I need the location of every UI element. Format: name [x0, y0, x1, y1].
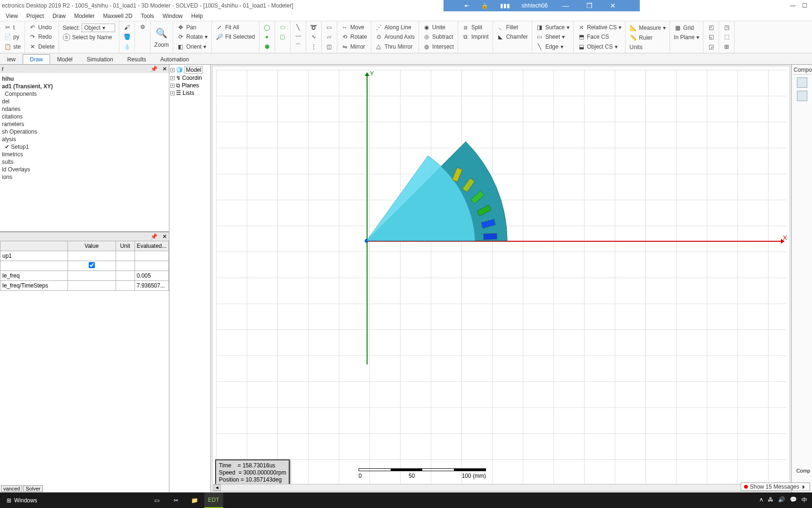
face-cs-button[interactable]: ⬒Face CS [577, 33, 622, 41]
parent-maximize-button[interactable]: ☐ [802, 2, 807, 9]
table-row[interactable]: up1 [0, 251, 169, 261]
close-icon[interactable]: ✕ [162, 66, 167, 72]
table-row[interactable]: le_freq/TimeSteps7.936507... [0, 281, 169, 291]
explorer-icon[interactable]: 📁 [185, 492, 204, 508]
snap-icon-2[interactable]: ◱ [706, 33, 716, 41]
arc-icon[interactable]: ⌒ [293, 42, 303, 51]
tray-notifications-icon[interactable]: 💬 [790, 496, 797, 504]
undo-button[interactable]: ↶Undo [28, 23, 56, 32]
menu-project[interactable]: Project [26, 13, 44, 19]
3d-viewport[interactable]: Y X Time = 158.73 [212, 66, 790, 491]
chamfer-button[interactable]: ◣Chamfer [496, 33, 529, 41]
thru-mirror-button[interactable]: ⧋Thru Mirror [374, 42, 416, 51]
menu-window[interactable]: Window [163, 13, 183, 19]
orient-button[interactable]: ◧Orient ▾ [176, 42, 209, 51]
snap-icon-3[interactable]: ◲ [706, 42, 716, 51]
fit-all-button[interactable]: ⤢Fit All [215, 23, 256, 32]
mirror-button[interactable]: ⇋Mirror [340, 42, 368, 51]
box-icon[interactable]: ▭ [325, 23, 334, 32]
tab-simulation[interactable]: Simulation [80, 54, 120, 64]
enabled-checkbox[interactable] [89, 262, 95, 268]
bucket-icon[interactable]: 🪣 [122, 33, 132, 41]
measure-button[interactable]: 📐Measure ▾ [628, 24, 667, 32]
modeltree-model[interactable]: +🧊Model [170, 66, 209, 74]
spline-icon[interactable]: ∿ [309, 33, 318, 41]
menu-draw[interactable]: Draw [52, 13, 66, 19]
around-axis-button[interactable]: ⊙Around Axis [374, 33, 416, 41]
tab-results[interactable]: Results [120, 54, 153, 64]
tab-view[interactable]: iew [0, 54, 23, 64]
tray-chevron-icon[interactable]: ʌ [760, 496, 763, 504]
edge-button[interactable]: ╲Edge ▾ [535, 42, 570, 51]
sheet-button[interactable]: ▭Sheet ▾ [535, 33, 570, 41]
parent-minimize-button[interactable]: — [790, 2, 795, 9]
in-plane-button[interactable]: In Plane ▾ [673, 34, 700, 41]
tab-draw[interactable]: Draw [23, 54, 50, 64]
tray-ime-icon[interactable]: 中 [802, 496, 807, 504]
square-icon[interactable]: ▢ [278, 33, 287, 41]
messages-button[interactable]: Show 15 Messages ⏵ [741, 483, 810, 491]
properties-table[interactable]: Value Unit Evaluated... up1 le_freq0.005… [0, 241, 169, 291]
system-tray[interactable]: ʌ 🖧 🔊 💬 中 [755, 496, 812, 504]
move-button[interactable]: ↔Move [340, 23, 368, 32]
fillet-button[interactable]: ◟Fillet [496, 23, 529, 32]
tree-item[interactable]: sh Operations [1, 128, 168, 135]
along-line-button[interactable]: ⋰Along Line [374, 23, 416, 32]
circle-fill-icon[interactable]: ● [262, 33, 272, 41]
lock-icon[interactable]: 🔒 [481, 2, 488, 9]
tree-design[interactable]: ad1 (Transient, XY) [1, 83, 168, 90]
unite-button[interactable]: ◉Unite [422, 23, 455, 32]
grid-button[interactable]: ▦Grid [673, 24, 700, 32]
copy-button[interactable]: 📄py [3, 33, 22, 41]
tree-item[interactable]: sults [1, 158, 168, 166]
redo-button[interactable]: ↷Redo [28, 33, 56, 41]
select-by-name-button[interactable]: SSelect by Name [62, 33, 116, 42]
hexagon-icon[interactable]: ⬢ [262, 42, 272, 51]
spiral-icon[interactable]: ➰ [309, 23, 318, 32]
pin-icon[interactable]: 📌 [151, 66, 158, 72]
modeltree-planes[interactable]: +⧉Planes [170, 82, 209, 89]
zoom-button[interactable]: 🔍Zoom [153, 26, 170, 49]
sheet-icon[interactable]: ▱ [325, 33, 334, 41]
menu-help[interactable]: Help [191, 13, 203, 19]
tab-automation[interactable]: Automation [153, 54, 196, 64]
component-add-icon[interactable] [797, 91, 807, 101]
menu-tools[interactable]: Tools [141, 13, 154, 19]
rotate-button[interactable]: ⟳Rotate ▾ [176, 33, 209, 41]
point-icon[interactable]: ⋮ [309, 42, 318, 51]
component-library-icon[interactable] [797, 77, 807, 88]
start-button[interactable]: ⊞ Windows [0, 497, 44, 504]
menu-maxwell2d[interactable]: Maxwell 2D [103, 13, 133, 19]
object-cs-button[interactable]: ⬓Object CS ▾ [577, 42, 622, 51]
tree-item[interactable]: citations [1, 113, 168, 120]
app-edt-icon[interactable]: EDT [204, 492, 223, 508]
scroll-left-button[interactable]: ◄ [213, 484, 221, 491]
tray-network-icon[interactable]: 🖧 [768, 496, 773, 504]
cut-button[interactable]: ✂t [3, 23, 22, 32]
tab-advanced[interactable]: vanced [1, 485, 22, 492]
tree-item[interactable]: rameters [1, 120, 168, 128]
snip-icon[interactable]: ✂ [167, 492, 185, 508]
line-icon[interactable]: ╲ [293, 23, 303, 32]
modeltree-lists[interactable]: +☰Lists [170, 89, 209, 97]
tree-item[interactable]: Components [1, 90, 168, 98]
region-icon[interactable]: ◫ [325, 42, 334, 51]
motor-geometry[interactable] [367, 142, 513, 241]
subtract-button[interactable]: ◎Subtract [422, 33, 455, 41]
tree-item[interactable]: timetrics [1, 151, 168, 158]
snap-icon-4[interactable]: ◳ [722, 23, 731, 32]
tree-item[interactable]: ld Overlays [1, 166, 168, 173]
pin-icon[interactable]: ⇤ [465, 2, 469, 9]
fit-selected-button[interactable]: 🔎Fit Selected [215, 33, 256, 41]
menu-modeler[interactable]: Modeler [74, 13, 94, 19]
pin-icon[interactable]: 📌 [151, 233, 158, 240]
polyline-icon[interactable]: 〰 [293, 33, 303, 41]
project-tree[interactable]: hihu ad1 (Transient, XY) Components del … [0, 73, 169, 231]
imprint-button[interactable]: ⧉Imprint [461, 33, 490, 41]
circle-outline-icon[interactable]: ◯ [262, 23, 272, 32]
intersect-button[interactable]: ◍Intersect [422, 42, 455, 51]
table-row[interactable] [0, 261, 169, 271]
pan-button[interactable]: ✥Pan [176, 23, 209, 32]
table-row[interactable]: le_freq0.005 [0, 271, 169, 281]
tree-item[interactable]: ndaries [1, 105, 168, 113]
